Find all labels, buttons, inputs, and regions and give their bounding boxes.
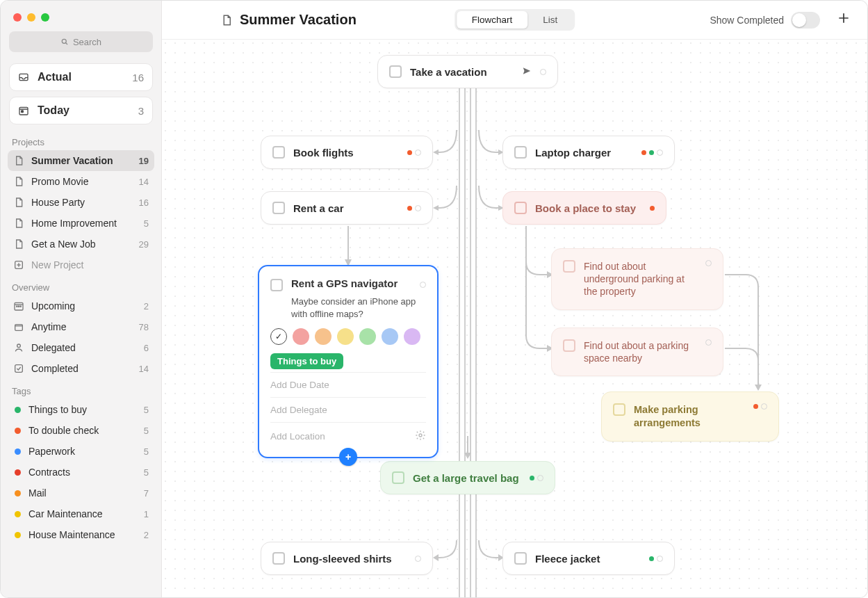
box-icon	[13, 321, 26, 332]
show-completed-toggle[interactable]: Show Completed	[710, 12, 820, 29]
window-close-button[interactable]	[13, 13, 22, 22]
checkbox[interactable]	[514, 202, 527, 214]
sidebar-project-home-improvement[interactable]: Home Improvement 5	[8, 213, 154, 234]
sidebar-project-get-a-new-job[interactable]: Get a New Job 29	[8, 234, 154, 254]
node-title: Long-sleeved shirts	[293, 553, 407, 565]
sidebar-new-project[interactable]: New Project	[8, 254, 154, 275]
window-maximize-button[interactable]	[41, 13, 49, 22]
editor-color-row	[270, 328, 426, 353]
sidebar-tag-to-double-check[interactable]: To double check 5	[8, 420, 154, 441]
checkbox[interactable]	[563, 260, 575, 273]
sidebar-card-label: Today	[38, 104, 69, 117]
sidebar-project-summer-vacation[interactable]: Summer Vacation 19	[8, 150, 154, 171]
node-fleece-jacket[interactable]: Fleece jacket	[502, 542, 675, 575]
section-header-projects: Projects	[8, 130, 154, 150]
sidebar-project-label: House Party	[31, 197, 85, 208]
sidebar-tag-things-to-buy[interactable]: Things to buy 5	[8, 399, 154, 420]
checkbox[interactable]	[514, 146, 527, 159]
sidebar-tag-mail[interactable]: Mail 7	[8, 483, 154, 503]
color-swatch[interactable]	[404, 328, 420, 345]
sidebar-overview-anytime[interactable]: Anytime 78	[8, 316, 154, 337]
node-book-flights[interactable]: Book flights	[261, 136, 433, 169]
status-ring-icon	[657, 150, 663, 156]
node-parking-underground[interactable]: Find out about underground parking at th…	[551, 248, 723, 310]
sidebar-overview-upcoming[interactable]: Upcoming 2	[8, 296, 154, 316]
sidebar-overview-completed[interactable]: Completed 14	[8, 358, 154, 379]
node-title: Take a vacation	[410, 66, 514, 78]
node-editor[interactable]: Rent a GPS navigator Maybe consider an i…	[258, 265, 439, 458]
node-parking-nearby[interactable]: Find out about a parking space nearby	[551, 328, 723, 376]
sidebar-card-actual[interactable]: Actual 16	[9, 63, 153, 91]
node-title: Rent a car	[293, 202, 399, 214]
tag-color-dot	[15, 469, 21, 476]
node-long-sleeved-shirts[interactable]: Long-sleeved shirts	[261, 542, 433, 575]
node-title: Find out about a parking space nearby	[584, 339, 697, 364]
sidebar-tag-label: Things to buy	[28, 404, 87, 415]
check-square-icon	[13, 363, 26, 374]
checkbox[interactable]	[272, 146, 285, 159]
tag-color-dot	[15, 407, 21, 413]
view-toggle-flowchart[interactable]: Flowchart	[457, 11, 528, 29]
checkbox[interactable]	[389, 65, 402, 78]
sidebar-overview-label: Delegated	[31, 342, 76, 353]
editor-note[interactable]: Maybe consider an iPhone app with offlin…	[270, 291, 426, 328]
tag-dot	[649, 150, 654, 155]
editor-field-location[interactable]: Add Location	[270, 422, 426, 450]
checkbox[interactable]	[270, 279, 283, 291]
sidebar-project-promo-movie[interactable]: Promo Movie 14	[8, 171, 154, 192]
gear-icon[interactable]	[415, 430, 426, 443]
sidebar-project-house-party[interactable]: House Party 16	[8, 192, 154, 213]
checkbox[interactable]	[272, 202, 285, 214]
node-travel-bag[interactable]: Get a large travel bag	[380, 461, 555, 494]
sidebar-overview-count: 14	[139, 364, 149, 374]
node-laptop-charger[interactable]: Laptop charger	[502, 136, 675, 169]
sidebar-tag-contracts[interactable]: Contracts 5	[8, 462, 154, 483]
editor-field-label: Add Delegate	[270, 405, 327, 415]
svg-rect-16	[15, 365, 23, 373]
editor-add-child-button[interactable]: +	[339, 448, 357, 466]
checkbox[interactable]	[563, 339, 575, 352]
color-swatch[interactable]	[293, 328, 309, 345]
sidebar-tag-car-maintenance[interactable]: Car Maintenance 1	[8, 503, 154, 524]
color-swatch[interactable]	[359, 328, 376, 345]
sidebar-project-label: Promo Movie	[31, 176, 88, 187]
sidebar-card-count: 3	[138, 105, 144, 117]
tag-color-dot	[15, 532, 21, 538]
tag-dot	[530, 476, 534, 480]
flowchart-canvas[interactable]: Take a vacation Book flights Laptop char…	[162, 40, 867, 597]
checkbox[interactable]	[613, 403, 625, 416]
editor-tag-chip[interactable]: Things to buy	[270, 353, 343, 369]
sidebar-card-today[interactable]: Today 3	[9, 97, 153, 124]
color-swatch-none[interactable]	[270, 328, 287, 345]
svg-rect-5	[22, 111, 24, 113]
editor-field-due-date[interactable]: Add Due Date	[270, 372, 426, 397]
svg-rect-14	[15, 325, 23, 331]
window-minimize-button[interactable]	[27, 13, 35, 22]
node-book-a-place[interactable]: Book a place to stay	[502, 191, 666, 225]
checkbox[interactable]	[392, 471, 404, 484]
checkbox[interactable]	[514, 552, 527, 565]
view-toggle-list[interactable]: List	[527, 11, 573, 29]
node-make-parking-arrangements[interactable]: Make parking arrangements	[601, 391, 779, 442]
add-button[interactable]	[834, 11, 853, 29]
node-take-a-vacation[interactable]: Take a vacation	[377, 55, 558, 88]
color-swatch[interactable]	[337, 328, 354, 345]
sidebar-project-count: 5	[144, 218, 149, 229]
search-input[interactable]: Search	[9, 31, 153, 52]
window-traffic-lights	[1, 6, 161, 26]
node-rent-a-car[interactable]: Rent a car	[261, 191, 433, 225]
search-placeholder: Search	[73, 37, 101, 47]
color-swatch[interactable]	[382, 328, 398, 345]
editor-field-delegate[interactable]: Add Delegate	[270, 397, 426, 422]
svg-line-1	[65, 43, 67, 45]
sidebar-project-count: 14	[139, 177, 149, 187]
color-swatch[interactable]	[315, 328, 331, 345]
sidebar-overview-delegated[interactable]: Delegated 6	[8, 337, 154, 358]
status-ring-icon	[415, 150, 421, 156]
sidebar-tag-paperwork[interactable]: Paperwork 5	[8, 441, 154, 462]
sidebar-tag-house-maintenance[interactable]: House Maintenance 2	[8, 524, 154, 545]
editor-title[interactable]: Rent a GPS navigator	[291, 277, 411, 289]
checkbox[interactable]	[272, 552, 285, 565]
sidebar-tag-label: Contracts	[28, 467, 70, 478]
sidebar-tag-label: Paperwork	[28, 446, 75, 457]
